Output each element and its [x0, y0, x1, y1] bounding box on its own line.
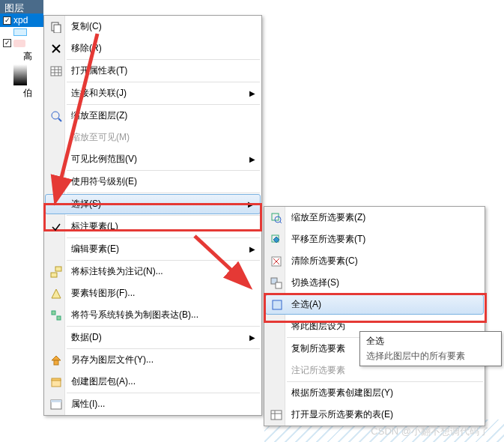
- menu-remove[interactable]: 移除(R): [44, 37, 261, 59]
- menu-join-relate[interactable]: 连接和关联(J)▶: [44, 82, 261, 104]
- checkbox-icon[interactable]: ✓: [3, 39, 11, 47]
- remove-icon: [47, 41, 65, 56]
- layer-panel: ✓ xpd ✓ 高 伯: [0, 13, 43, 101]
- check-icon: [47, 220, 65, 234]
- svg-rect-15: [57, 316, 61, 320]
- svg-point-23: [275, 217, 281, 222]
- submenu-arrow-icon: ▶: [249, 89, 255, 97]
- svg-rect-11: [51, 273, 57, 277]
- menu-select[interactable]: 选择(S)▶: [45, 194, 261, 214]
- layer-label: xpd: [13, 15, 28, 25]
- menu-convert-sym[interactable]: 将符号系统转换为制图表达(B)...: [44, 304, 261, 326]
- menu-edit-elem[interactable]: 编辑要素(E)▶: [44, 238, 261, 260]
- svg-point-9: [52, 112, 59, 119]
- menu-label-elem[interactable]: 标注要素(L): [44, 216, 261, 237]
- switch-icon: [267, 276, 285, 291]
- submenu-arrow-icon: ▶: [249, 333, 255, 342]
- props-icon: [47, 397, 65, 412]
- context-menu-main: 复制(C) 移除(R) 打开属性表(T) 连接和关联(J)▶ 缩放至图层(Z) …: [43, 15, 262, 416]
- layer-item-xpd[interactable]: ✓ xpd: [0, 13, 43, 27]
- menu-open-sel-table[interactable]: 打开显示所选要素的表(E): [264, 404, 485, 426]
- watermark: CSDN @小翻不想调代码了: [371, 425, 489, 438]
- select-all-icon: [268, 297, 285, 312]
- tooltip-body: 选择此图层中的所有要素: [366, 350, 495, 363]
- menu-open-attr[interactable]: 打开属性表(T): [44, 60, 261, 82]
- table-icon: [47, 64, 65, 79]
- menu-zoom-visible: 缩放至可见(M): [44, 127, 261, 148]
- context-menu-select: 缩放至所选要素(Z) 平移至所选要素(T) 清除所选要素(C) 切换选择(S) …: [264, 206, 485, 426]
- submenu-arrow-icon: ▶: [248, 200, 254, 208]
- checkbox-icon[interactable]: ✓: [3, 16, 11, 25]
- menu-switch-sel[interactable]: 切换选择(S): [264, 272, 485, 294]
- menu-data[interactable]: 数据(D)▶: [44, 327, 261, 348]
- menu-select-all[interactable]: 全选(A): [265, 294, 484, 315]
- tooltip: 全选 选择此图层中的所有要素: [359, 331, 502, 366]
- convert-icon: [47, 264, 65, 279]
- gradient-swatch-icon: [13, 64, 27, 85]
- sym-icon: [47, 308, 65, 323]
- copy-icon: [47, 19, 65, 34]
- zoom-icon: [47, 109, 65, 124]
- svg-line-24: [280, 222, 282, 223]
- menu-clear-sel[interactable]: 清除所选要素(C): [264, 250, 485, 272]
- menu-sym-level[interactable]: 使用符号级别(E): [44, 171, 261, 193]
- svg-rect-12: [55, 267, 61, 271]
- zoom-sel-icon: [267, 211, 285, 225]
- tooltip-title: 全选: [366, 335, 495, 348]
- svg-rect-32: [271, 411, 282, 420]
- menu-elem-to-fig[interactable]: 要素转图形(F)...: [44, 282, 261, 304]
- svg-rect-14: [52, 311, 55, 315]
- table-icon: [267, 408, 285, 423]
- layer-label: 高: [23, 50, 32, 63]
- layer-swatch-row: [0, 27, 43, 37]
- layer-label-row: 高: [0, 49, 43, 64]
- swatch-icon: [13, 28, 27, 36]
- menu-props[interactable]: 属性(I)...: [44, 393, 261, 415]
- svg-rect-30: [276, 282, 282, 288]
- submenu-arrow-icon: ▶: [249, 155, 255, 163]
- svg-rect-4: [51, 67, 61, 76]
- menu-create-pkg[interactable]: 创建图层包(A)...: [44, 371, 261, 393]
- menu-pan-sel[interactable]: 平移至所选要素(T): [264, 228, 485, 250]
- menu-visible-scale[interactable]: 可见比例范围(V)▶: [44, 148, 261, 170]
- menu-zoom-sel[interactable]: 缩放至所选要素(Z): [264, 207, 485, 228]
- svg-rect-19: [52, 378, 61, 381]
- menu-copy[interactable]: 复制(C): [44, 16, 261, 37]
- svg-marker-16: [52, 356, 61, 360]
- svg-rect-1: [54, 25, 61, 33]
- svg-line-10: [58, 118, 61, 121]
- layer-label-row: 伯: [0, 85, 43, 101]
- shape-icon: [47, 286, 65, 301]
- clear-icon: [267, 254, 285, 269]
- menu-saveas-lyr[interactable]: 另存为图层文件(Y)...: [44, 349, 261, 371]
- swatch-icon: [13, 40, 25, 47]
- save-icon: [47, 353, 65, 368]
- svg-rect-21: [51, 400, 61, 402]
- svg-rect-17: [54, 360, 58, 365]
- submenu-arrow-icon: ▶: [249, 245, 255, 253]
- layer-item-2[interactable]: ✓: [0, 37, 43, 49]
- svg-rect-31: [273, 300, 282, 309]
- layer-label: 伯: [23, 87, 32, 100]
- menu-zoom-layer[interactable]: 缩放至图层(Z): [44, 105, 261, 127]
- menu-convert-anno[interactable]: 将标注转换为注记(N)...: [44, 261, 261, 282]
- svg-marker-13: [52, 289, 61, 298]
- pan-icon: [267, 232, 285, 247]
- package-icon: [47, 375, 65, 390]
- menu-create-from-sel[interactable]: 根据所选要素创建图层(Y): [264, 382, 485, 404]
